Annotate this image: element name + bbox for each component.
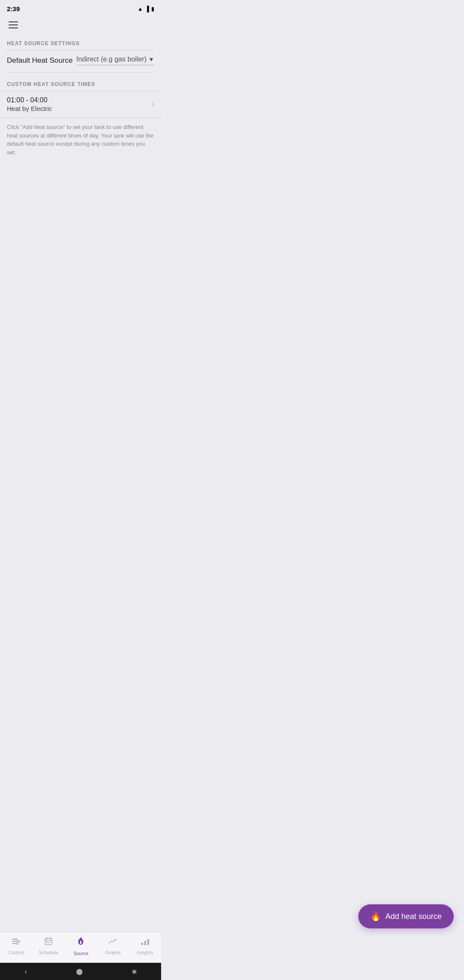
svg-rect-1 xyxy=(12,941,18,942)
menu-button[interactable] xyxy=(7,20,20,30)
nav-item-control[interactable]: Control xyxy=(3,934,29,958)
svg-rect-10 xyxy=(46,942,48,943)
hamburger-line-3 xyxy=(9,28,18,28)
nav-label-control: Control xyxy=(9,950,24,955)
svg-rect-12 xyxy=(141,943,143,945)
svg-rect-2 xyxy=(12,943,16,944)
custom-item-source: Heat by Electric xyxy=(7,105,52,112)
chevron-down-icon: ▼ xyxy=(148,56,154,63)
app-header xyxy=(0,15,161,33)
signal-icon: ▐ xyxy=(145,6,149,12)
status-icons: ▲ ▐ ▮ xyxy=(137,6,154,12)
graphs-icon xyxy=(108,937,118,949)
nav-item-schedule[interactable]: Schedule xyxy=(35,934,62,958)
nav-label-graphs: Graphs xyxy=(105,950,121,955)
control-icon xyxy=(11,937,21,949)
heat-source-dropdown[interactable]: Indirect (e.g gas boiler) ▼ xyxy=(76,55,155,65)
custom-item-time: 01:00 - 04:00 xyxy=(7,96,52,104)
chevron-right-icon: › xyxy=(152,100,154,109)
hamburger-line-2 xyxy=(9,24,18,25)
heat-source-settings-label: HEAT SOURCE SETTINGS xyxy=(0,33,161,50)
nav-item-source[interactable]: Source xyxy=(68,933,94,959)
nav-item-insights[interactable]: Insights xyxy=(132,934,158,958)
info-text: Click "Add heat source" to set your tank… xyxy=(0,118,161,162)
nav-label-schedule: Schedule xyxy=(39,950,58,955)
back-button[interactable]: ‹ xyxy=(24,967,27,976)
status-bar: 2:39 ▲ ▐ ▮ xyxy=(0,0,161,15)
recents-button[interactable]: ▣ xyxy=(132,968,137,974)
status-time: 2:39 xyxy=(7,5,20,12)
wifi-icon: ▲ xyxy=(137,6,143,12)
android-nav-bar: ‹ ⬤ ▣ xyxy=(0,963,161,980)
svg-rect-6 xyxy=(45,938,52,945)
insights-icon xyxy=(140,937,150,949)
svg-point-4 xyxy=(18,940,20,942)
nav-item-graphs[interactable]: Graphs xyxy=(100,934,126,958)
schedule-icon xyxy=(44,937,53,949)
custom-item-details: 01:00 - 04:00 Heat by Electric xyxy=(7,96,52,112)
default-heat-source-row: Default Heat Source Indirect (e.g gas bo… xyxy=(0,50,161,67)
main-content: HEAT SOURCE SETTINGS Default Heat Source… xyxy=(0,33,161,963)
heat-source-selected-value: Indirect (e.g gas boiler) xyxy=(76,55,147,63)
home-button[interactable]: ⬤ xyxy=(76,968,83,975)
svg-rect-0 xyxy=(12,939,15,940)
nav-label-insights: Insights xyxy=(137,950,153,955)
source-icon xyxy=(75,936,86,949)
svg-point-3 xyxy=(15,938,17,940)
hamburger-line-1 xyxy=(9,21,18,22)
svg-rect-11 xyxy=(49,942,50,943)
custom-heat-source-times-label: CUSTOM HEAT SOURCE TIMES xyxy=(0,73,161,91)
svg-point-5 xyxy=(16,943,18,944)
nav-label-source: Source xyxy=(73,951,89,956)
battery-icon: ▮ xyxy=(151,6,154,12)
custom-heat-source-item[interactable]: 01:00 - 04:00 Heat by Electric › xyxy=(0,91,161,117)
svg-rect-14 xyxy=(147,939,149,945)
default-heat-source-label: Default Heat Source xyxy=(7,56,73,65)
bottom-nav: Control Schedule Source xyxy=(0,932,161,963)
svg-rect-13 xyxy=(144,941,146,945)
